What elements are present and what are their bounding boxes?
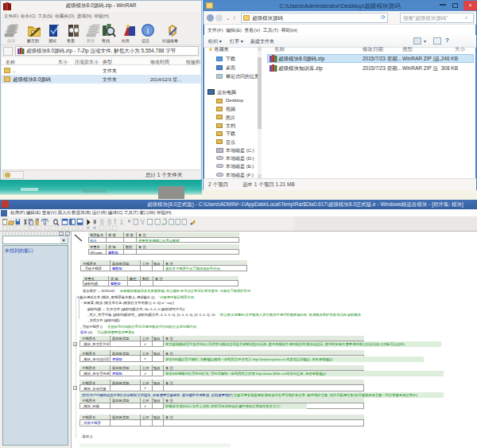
svg-text:i: i (147, 26, 149, 35)
